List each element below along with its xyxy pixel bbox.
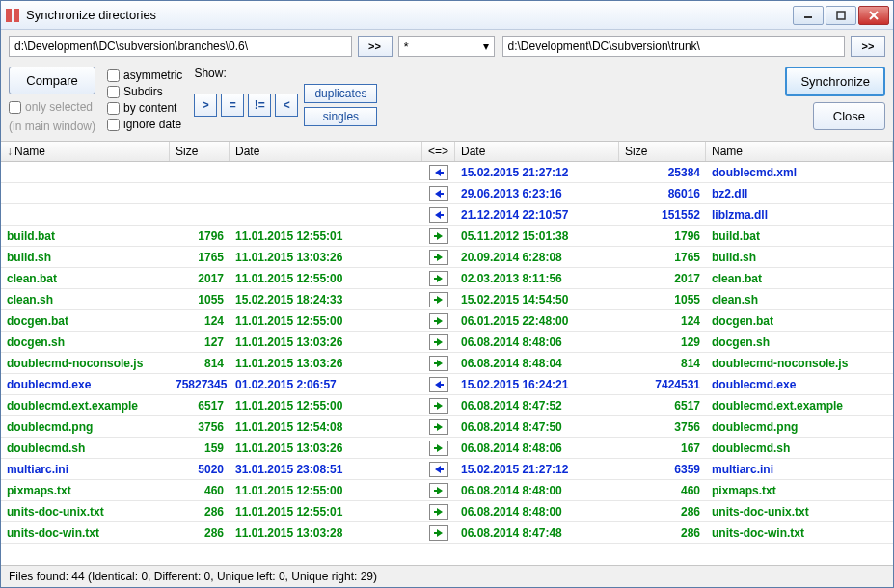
table-row[interactable]: 21.12.2014 22:10:57151552liblzma.dll xyxy=(1,204,893,226)
duplicates-button[interactable]: duplicates xyxy=(304,84,377,103)
header-left-date[interactable]: Date xyxy=(230,142,422,161)
cell-right-size: 25384 xyxy=(619,166,706,179)
cell-direction[interactable] xyxy=(422,250,455,265)
arrow-right-icon xyxy=(429,228,448,244)
cell-direction[interactable] xyxy=(422,419,455,435)
grid-rows[interactable]: 15.02.2015 21:27:1225384doublecmd.xml29.… xyxy=(1,162,893,565)
svg-rect-1 xyxy=(14,9,19,22)
table-row[interactable]: pixmaps.txt46011.01.2015 12:55:0006.08.2… xyxy=(1,480,893,501)
compare-button[interactable]: Compare xyxy=(9,67,95,94)
cell-left-size: 460 xyxy=(170,484,230,497)
ignore-date-check[interactable]: ignore date xyxy=(107,118,182,131)
table-row[interactable]: doublecmd.ext.example651711.01.2015 12:5… xyxy=(1,395,893,416)
cell-direction[interactable] xyxy=(422,504,455,520)
cell-right-name: build.bat xyxy=(706,229,893,243)
show-eq-button[interactable]: = xyxy=(221,94,244,117)
cell-left-date: 11.01.2015 13:03:26 xyxy=(230,357,422,370)
cell-right-size: 86016 xyxy=(619,187,706,200)
cell-direction[interactable] xyxy=(422,441,455,456)
maximize-button[interactable] xyxy=(826,6,856,25)
cell-direction[interactable] xyxy=(422,271,455,286)
table-row[interactable]: 15.02.2015 21:27:1225384doublecmd.xml xyxy=(1,162,893,183)
minimize-button[interactable] xyxy=(793,6,824,25)
cell-direction[interactable] xyxy=(422,313,455,329)
header-right-date[interactable]: Date xyxy=(455,142,619,161)
table-row[interactable]: units-doc-win.txt28611.01.2015 13:03:280… xyxy=(1,522,893,544)
cell-right-name: build.sh xyxy=(706,251,893,264)
table-row[interactable]: docgen.sh12711.01.2015 13:03:2606.08.201… xyxy=(1,332,893,353)
close-window-button[interactable] xyxy=(858,6,889,25)
header-left-name[interactable]: Name xyxy=(1,142,170,161)
cell-left-name: clean.bat xyxy=(1,272,170,285)
cell-left-date: 11.01.2015 12:54:08 xyxy=(230,420,422,434)
show-ne-button[interactable]: != xyxy=(248,94,271,117)
cell-direction[interactable] xyxy=(422,292,455,307)
status-bar: Files found: 44 (Identical: 0, Different… xyxy=(1,565,893,587)
cell-right-name: multiarc.ini xyxy=(706,463,893,476)
left-go-button[interactable]: >> xyxy=(358,36,393,57)
synchronize-button[interactable]: Synchronize xyxy=(785,67,885,96)
cell-left-date: 11.01.2015 12:55:00 xyxy=(230,314,422,328)
cell-left-date: 11.01.2015 13:03:26 xyxy=(230,251,422,264)
cell-direction[interactable] xyxy=(422,483,455,498)
asymmetric-check[interactable]: asymmetric xyxy=(107,68,182,82)
filter-dropdown-icon[interactable]: ▾ xyxy=(483,40,489,53)
cell-direction[interactable] xyxy=(422,356,455,371)
cell-direction[interactable] xyxy=(422,186,455,201)
cell-left-size: 75827345 xyxy=(170,378,230,391)
table-row[interactable]: units-doc-unix.txt28611.01.2015 12:55:01… xyxy=(1,501,893,522)
left-path-input[interactable] xyxy=(9,36,352,57)
table-row[interactable]: doublecmd.png375611.01.2015 12:54:0806.0… xyxy=(1,416,893,438)
file-grid: Name Size Date <=> Date Size Name 15.02.… xyxy=(1,141,893,565)
cell-left-size: 286 xyxy=(170,526,230,540)
header-right-size[interactable]: Size xyxy=(619,142,706,161)
by-content-check[interactable]: by content xyxy=(107,101,182,115)
table-row[interactable]: build.bat179611.01.2015 12:55:0105.11.20… xyxy=(1,226,893,247)
cell-direction[interactable] xyxy=(422,398,455,414)
cell-left-name: doublecmd.ext.example xyxy=(1,399,170,413)
arrow-right-icon xyxy=(429,419,448,435)
cell-right-date: 06.08.2014 8:48:00 xyxy=(455,484,619,497)
right-path-input[interactable] xyxy=(502,36,846,57)
table-row[interactable]: doublecmd-noconsole.js81411.01.2015 13:0… xyxy=(1,353,893,374)
table-row[interactable]: docgen.bat12411.01.2015 12:55:0006.01.20… xyxy=(1,310,893,332)
table-row[interactable]: doublecmd.sh15911.01.2015 13:03:2606.08.… xyxy=(1,438,893,459)
cell-direction[interactable] xyxy=(422,165,455,180)
cell-left-size: 3756 xyxy=(170,420,230,434)
cell-left-name: doublecmd-noconsole.js xyxy=(1,357,170,370)
header-direction[interactable]: <=> xyxy=(422,142,455,161)
filter-input[interactable] xyxy=(398,36,495,57)
table-row[interactable]: multiarc.ini502031.01.2015 23:08:5115.02… xyxy=(1,459,893,480)
show-gt-button[interactable]: > xyxy=(194,94,217,117)
arrow-left-icon xyxy=(429,462,448,477)
right-go-button[interactable]: >> xyxy=(851,36,885,57)
cell-right-size: 460 xyxy=(619,484,706,497)
singles-button[interactable]: singles xyxy=(304,107,377,126)
table-row[interactable]: build.sh176511.01.2015 13:03:2620.09.201… xyxy=(1,247,893,268)
cell-direction[interactable] xyxy=(422,525,455,541)
cell-right-size: 129 xyxy=(619,335,706,349)
cell-right-date: 06.08.2014 8:47:48 xyxy=(455,526,619,540)
cell-left-name: clean.sh xyxy=(1,293,170,307)
cell-direction[interactable] xyxy=(422,462,455,477)
cell-direction[interactable] xyxy=(422,334,455,350)
table-row[interactable]: 29.06.2013 6:23:1686016bz2.dll xyxy=(1,183,893,204)
close-button[interactable]: Close xyxy=(813,102,885,130)
only-selected-check[interactable]: only selected xyxy=(9,100,95,114)
cell-direction[interactable] xyxy=(422,377,455,392)
cell-right-name: docgen.bat xyxy=(706,314,893,328)
table-row[interactable]: clean.sh105515.02.2015 18:24:3315.02.201… xyxy=(1,289,893,310)
table-row[interactable]: clean.bat201711.01.2015 12:55:0002.03.20… xyxy=(1,268,893,289)
cell-left-name: doublecmd.exe xyxy=(1,378,170,391)
titlebar: Synchronize directories xyxy=(1,1,893,30)
arrow-right-icon xyxy=(429,525,448,541)
table-row[interactable]: doublecmd.exe7582734501.02.2015 2:06:571… xyxy=(1,374,893,395)
cell-direction[interactable] xyxy=(422,228,455,244)
cell-left-date: 11.01.2015 13:03:28 xyxy=(230,526,422,540)
header-left-size[interactable]: Size xyxy=(170,142,230,161)
header-right-name[interactable]: Name xyxy=(706,142,893,161)
cell-right-name: doublecmd.sh xyxy=(706,441,893,455)
show-lt-button[interactable]: < xyxy=(275,94,298,117)
subdirs-check[interactable]: Subdirs xyxy=(107,85,182,98)
cell-direction[interactable] xyxy=(422,207,455,223)
